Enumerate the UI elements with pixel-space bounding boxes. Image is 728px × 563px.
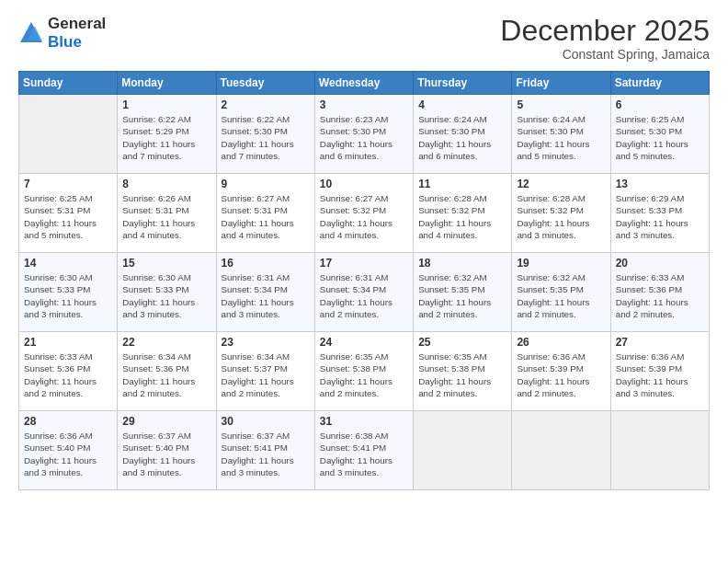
day-info: Sunrise: 6:23 AM Sunset: 5:30 PM Dayligh…: [320, 113, 408, 162]
day-number: 12: [517, 178, 605, 190]
day-number: 5: [517, 98, 605, 111]
day-number: 27: [616, 336, 704, 349]
calendar-cell: 10 Sunrise: 6:27 AM Sunset: 5:32 PM Dayl…: [314, 174, 413, 253]
calendar-cell: 24 Sunrise: 6:35 AM Sunset: 5:38 PM Dayl…: [314, 332, 413, 411]
main-container: General Blue December 2025 Constant Spri…: [0, 0, 728, 563]
calendar-cell: 4 Sunrise: 6:24 AM Sunset: 5:30 PM Dayli…: [414, 95, 512, 174]
calendar-week-1: 1 Sunrise: 6:22 AM Sunset: 5:29 PM Dayli…: [19, 95, 710, 174]
calendar-cell: 25 Sunrise: 6:35 AM Sunset: 5:38 PM Dayl…: [414, 332, 512, 411]
calendar-cell: 1 Sunrise: 6:22 AM Sunset: 5:29 PM Dayli…: [118, 95, 216, 174]
day-number: 14: [24, 257, 112, 270]
day-info: Sunrise: 6:27 AM Sunset: 5:32 PM Dayligh…: [320, 192, 408, 241]
col-friday: Friday: [512, 72, 610, 95]
calendar-cell: 31 Sunrise: 6:38 AM Sunset: 5:41 PM Dayl…: [314, 411, 413, 490]
day-number: 4: [418, 98, 506, 111]
col-thursday: Thursday: [414, 72, 512, 95]
logo: General Blue: [18, 15, 106, 51]
day-number: 15: [122, 257, 210, 270]
calendar-cell: 21 Sunrise: 6:33 AM Sunset: 5:36 PM Dayl…: [19, 332, 118, 411]
col-sunday: Sunday: [19, 72, 118, 95]
day-info: Sunrise: 6:24 AM Sunset: 5:30 PM Dayligh…: [418, 113, 506, 162]
month-title: December 2025: [500, 15, 710, 47]
calendar-cell: 16 Sunrise: 6:31 AM Sunset: 5:34 PM Dayl…: [216, 253, 314, 332]
calendar-cell: 28 Sunrise: 6:36 AM Sunset: 5:40 PM Dayl…: [19, 411, 118, 490]
day-number: 9: [222, 178, 310, 190]
day-info: Sunrise: 6:22 AM Sunset: 5:29 PM Dayligh…: [122, 113, 210, 162]
calendar-cell: 13 Sunrise: 6:29 AM Sunset: 5:33 PM Dayl…: [610, 174, 709, 253]
col-tuesday: Tuesday: [216, 72, 314, 95]
day-info: Sunrise: 6:35 AM Sunset: 5:38 PM Dayligh…: [418, 350, 506, 399]
calendar-cell: 20 Sunrise: 6:33 AM Sunset: 5:36 PM Dayl…: [610, 253, 709, 332]
day-info: Sunrise: 6:29 AM Sunset: 5:33 PM Dayligh…: [616, 192, 704, 241]
calendar-cell: 11 Sunrise: 6:28 AM Sunset: 5:32 PM Dayl…: [414, 174, 512, 253]
day-number: 20: [616, 257, 704, 270]
day-number: 8: [122, 178, 210, 190]
calendar-cell: 22 Sunrise: 6:34 AM Sunset: 5:36 PM Dayl…: [118, 332, 216, 411]
day-number: 10: [320, 178, 408, 190]
day-number: 22: [122, 336, 210, 349]
day-number: 28: [24, 415, 112, 428]
day-info: Sunrise: 6:25 AM Sunset: 5:31 PM Dayligh…: [24, 192, 112, 241]
day-info: Sunrise: 6:35 AM Sunset: 5:38 PM Dayligh…: [320, 350, 408, 399]
day-info: Sunrise: 6:30 AM Sunset: 5:33 PM Dayligh…: [24, 271, 112, 320]
day-number: 6: [616, 98, 704, 111]
calendar-cell: 19 Sunrise: 6:32 AM Sunset: 5:35 PM Dayl…: [512, 253, 610, 332]
day-number: 1: [122, 98, 210, 111]
day-number: 24: [320, 336, 408, 349]
day-number: 19: [517, 257, 605, 270]
day-info: Sunrise: 6:34 AM Sunset: 5:37 PM Dayligh…: [222, 350, 310, 399]
day-number: 23: [222, 336, 310, 349]
calendar-body: 1 Sunrise: 6:22 AM Sunset: 5:29 PM Dayli…: [19, 95, 710, 490]
calendar-cell: 30 Sunrise: 6:37 AM Sunset: 5:41 PM Dayl…: [216, 411, 314, 490]
calendar-cell: 27 Sunrise: 6:36 AM Sunset: 5:39 PM Dayl…: [610, 332, 709, 411]
calendar-cell: [19, 95, 118, 174]
day-info: Sunrise: 6:34 AM Sunset: 5:36 PM Dayligh…: [122, 350, 210, 399]
calendar-table: Sunday Monday Tuesday Wednesday Thursday…: [18, 71, 710, 490]
day-info: Sunrise: 6:36 AM Sunset: 5:40 PM Dayligh…: [24, 430, 112, 478]
calendar-cell: 7 Sunrise: 6:25 AM Sunset: 5:31 PM Dayli…: [19, 174, 118, 253]
day-number: 25: [418, 336, 506, 349]
day-number: 16: [222, 257, 310, 270]
calendar-cell: 14 Sunrise: 6:30 AM Sunset: 5:33 PM Dayl…: [19, 253, 118, 332]
col-wednesday: Wednesday: [314, 72, 413, 95]
day-info: Sunrise: 6:32 AM Sunset: 5:35 PM Dayligh…: [517, 271, 605, 320]
day-number: 11: [418, 178, 506, 190]
calendar-cell: 29 Sunrise: 6:37 AM Sunset: 5:40 PM Dayl…: [118, 411, 216, 490]
calendar-cell: 5 Sunrise: 6:24 AM Sunset: 5:30 PM Dayli…: [512, 95, 610, 174]
col-monday: Monday: [118, 72, 216, 95]
day-number: 21: [24, 336, 112, 349]
day-info: Sunrise: 6:28 AM Sunset: 5:32 PM Dayligh…: [418, 192, 506, 241]
calendar-week-4: 21 Sunrise: 6:33 AM Sunset: 5:36 PM Dayl…: [19, 332, 710, 411]
calendar-cell: 6 Sunrise: 6:25 AM Sunset: 5:30 PM Dayli…: [610, 95, 709, 174]
calendar-cell: [512, 411, 610, 490]
day-number: 31: [320, 415, 408, 428]
day-info: Sunrise: 6:26 AM Sunset: 5:31 PM Dayligh…: [122, 192, 210, 241]
day-number: 30: [222, 415, 310, 428]
col-saturday: Saturday: [610, 72, 709, 95]
calendar-week-5: 28 Sunrise: 6:36 AM Sunset: 5:40 PM Dayl…: [19, 411, 710, 490]
day-number: 18: [418, 257, 506, 270]
day-number: 29: [122, 415, 210, 428]
calendar-cell: 17 Sunrise: 6:31 AM Sunset: 5:34 PM Dayl…: [314, 253, 413, 332]
day-info: Sunrise: 6:31 AM Sunset: 5:34 PM Dayligh…: [320, 271, 408, 320]
day-info: Sunrise: 6:33 AM Sunset: 5:36 PM Dayligh…: [24, 350, 112, 399]
day-number: 2: [222, 98, 310, 111]
calendar-cell: 26 Sunrise: 6:36 AM Sunset: 5:39 PM Dayl…: [512, 332, 610, 411]
day-info: Sunrise: 6:22 AM Sunset: 5:30 PM Dayligh…: [222, 113, 310, 162]
day-info: Sunrise: 6:36 AM Sunset: 5:39 PM Dayligh…: [616, 350, 704, 399]
day-number: 7: [24, 178, 112, 190]
day-info: Sunrise: 6:32 AM Sunset: 5:35 PM Dayligh…: [418, 271, 506, 320]
day-info: Sunrise: 6:37 AM Sunset: 5:41 PM Dayligh…: [222, 430, 310, 478]
day-info: Sunrise: 6:25 AM Sunset: 5:30 PM Dayligh…: [616, 113, 704, 162]
header: General Blue December 2025 Constant Spri…: [18, 15, 710, 62]
day-info: Sunrise: 6:33 AM Sunset: 5:36 PM Dayligh…: [616, 271, 704, 320]
day-info: Sunrise: 6:31 AM Sunset: 5:34 PM Dayligh…: [222, 271, 310, 320]
calendar-cell: 15 Sunrise: 6:30 AM Sunset: 5:33 PM Dayl…: [118, 253, 216, 332]
calendar-cell: [610, 411, 709, 490]
calendar-cell: 18 Sunrise: 6:32 AM Sunset: 5:35 PM Dayl…: [414, 253, 512, 332]
day-info: Sunrise: 6:30 AM Sunset: 5:33 PM Dayligh…: [122, 271, 210, 320]
title-block: December 2025 Constant Spring, Jamaica: [500, 15, 710, 62]
calendar-cell: 23 Sunrise: 6:34 AM Sunset: 5:37 PM Dayl…: [216, 332, 314, 411]
calendar-cell: 9 Sunrise: 6:27 AM Sunset: 5:31 PM Dayli…: [216, 174, 314, 253]
day-info: Sunrise: 6:38 AM Sunset: 5:41 PM Dayligh…: [320, 430, 408, 478]
